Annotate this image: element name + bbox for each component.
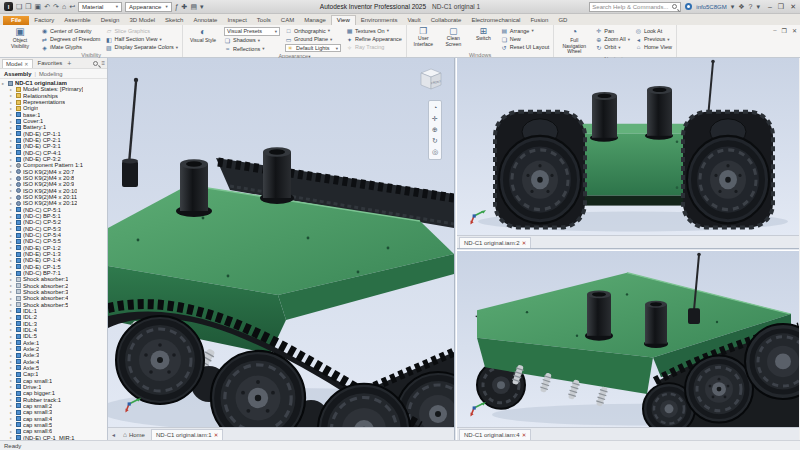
pan-button[interactable]: ✛Pan: [595, 27, 630, 34]
ribbon-tab[interactable]: Tools: [252, 16, 276, 25]
orbit-icon[interactable]: ↻: [432, 137, 438, 145]
ribbon-tab[interactable]: Annotate: [188, 16, 222, 25]
sensor-cylinder-left[interactable]: [585, 290, 613, 340]
right-track[interactable]: [683, 112, 773, 228]
minimize-button[interactable]: –: [768, 3, 772, 11]
redo-icon[interactable]: ↷: [53, 3, 59, 11]
zoom-icon[interactable]: ⊕: [432, 126, 438, 134]
search-icon[interactable]: [672, 4, 677, 9]
ribbon-tab[interactable]: Design: [96, 16, 125, 25]
ribbon-tab[interactable]: File: [3, 16, 29, 25]
ribbon-tab[interactable]: Manage: [299, 16, 331, 25]
add-icon[interactable]: ✚: [182, 3, 188, 11]
mode-assembly[interactable]: Assembly: [4, 71, 31, 77]
degrees-of-freedom-button[interactable]: ⇄Degrees of Freedom: [41, 35, 100, 42]
left-track[interactable]: [495, 112, 585, 228]
viewport-top-right-canvas[interactable]: [457, 58, 799, 235]
previous-view-button[interactable]: ◂Previous: [635, 35, 672, 42]
ribbon-tab[interactable]: Electromechanical: [466, 16, 525, 25]
return-icon[interactable]: ↩: [69, 3, 75, 11]
user-avatar-icon[interactable]: [685, 3, 692, 10]
doc-close-button[interactable]: ✕: [792, 27, 797, 34]
textures-on-button[interactable]: ▦Textures On: [346, 27, 402, 34]
main-3d-view[interactable]: [108, 58, 454, 427]
ribbon-tab[interactable]: CAM: [276, 16, 299, 25]
tab-document-4[interactable]: ND-C1 original.iam:4 ✕: [459, 429, 531, 440]
viewport-bottom-right-canvas[interactable]: [457, 251, 799, 428]
close-browser-tab-icon[interactable]: ✕: [24, 61, 28, 67]
add-browser-tab-icon[interactable]: +: [67, 60, 71, 67]
inventor-logo-icon[interactable]: I: [4, 2, 13, 11]
ribbon-tab[interactable]: Sketch: [160, 16, 188, 25]
front-3d-view[interactable]: [457, 58, 799, 235]
look-at-icon[interactable]: ◎: [432, 148, 438, 156]
qat-customize-icon[interactable]: ▾: [200, 3, 204, 11]
full-navigation-wheel-button[interactable]: ◔ Full Navigation Wheel: [558, 26, 590, 55]
user-menu-caret-icon[interactable]: ▾: [731, 3, 735, 11]
undo-icon[interactable]: ↶: [44, 3, 50, 11]
parameters-icon[interactable]: ƒ: [175, 3, 179, 11]
browser-tab-model[interactable]: Model✕: [2, 59, 33, 68]
close-tab-icon[interactable]: ✕: [522, 240, 527, 246]
tab-document-2[interactable]: ND-C1 original.iam:2 ✕: [459, 237, 531, 248]
visual-presets-dropdown[interactable]: Visual Presets: [224, 27, 280, 36]
ground-plane-button[interactable]: ▭Ground Plane: [285, 35, 341, 42]
look-at-button[interactable]: ◎Look At: [635, 27, 672, 34]
collapse-panel-icon[interactable]: ◂: [110, 431, 117, 438]
open-file-icon[interactable]: ❒: [25, 3, 31, 11]
viewport-main-canvas[interactable]: FRONT ◔✛⊕↻◎: [108, 58, 454, 427]
new-file-icon[interactable]: ❏: [16, 3, 22, 11]
search-input[interactable]: [592, 4, 670, 10]
reset-ui-layout-button[interactable]: ↺Reset UI Layout: [501, 44, 549, 51]
ribbon-tab[interactable]: GD: [553, 16, 572, 25]
ribbon-tab[interactable]: Collaborate: [426, 16, 467, 25]
close-button[interactable]: ✕: [790, 3, 796, 11]
orthographic-button[interactable]: □Orthographic: [285, 27, 341, 34]
default-lights-dropdown[interactable]: ☀Default Lights: [285, 44, 341, 53]
navigation-wheel-icon[interactable]: ◔: [433, 104, 437, 112]
tab-document-1[interactable]: ND-C1 original.iam:1 ✕: [151, 429, 223, 440]
sensor-cylinder-left[interactable]: [590, 92, 618, 142]
switch-button[interactable]: ⊞Switch: [471, 26, 496, 42]
new-window-button[interactable]: ❏New: [501, 35, 549, 42]
refine-appearance-button[interactable]: ✦Refine Appearance: [346, 35, 402, 42]
help-icon[interactable]: ?: [749, 3, 753, 10]
antenna[interactable]: [122, 78, 138, 187]
half-section-view-button[interactable]: ◧Half Section View: [105, 35, 178, 42]
object-visibility-button[interactable]: ▣ Object Visibility: [4, 26, 36, 49]
ribbon-tab[interactable]: Fusion: [525, 16, 553, 25]
sensor-cylinder-right[interactable]: [645, 86, 673, 140]
restore-button[interactable]: ❒: [778, 3, 784, 11]
reflections-button[interactable]: ≈Reflections: [224, 45, 280, 52]
imate-glyphs-button[interactable]: ◈iMate Glyphs: [41, 44, 100, 51]
measure-icon[interactable]: ▤: [190, 3, 197, 11]
sensor-cylinder-left[interactable]: [176, 159, 212, 217]
zoom-all-button[interactable]: ⊕Zoom All: [595, 35, 630, 42]
visual-style-button[interactable]: ◐ Visual Style: [187, 26, 219, 44]
pan-icon[interactable]: ✛: [432, 115, 438, 123]
appearance-dropdown[interactable]: Appearance: [125, 2, 172, 12]
center-of-gravity-button[interactable]: ◉Center of Gravity: [41, 27, 100, 34]
ribbon-tab[interactable]: 3D Model: [124, 16, 160, 25]
home-view-button[interactable]: ⌂Home View: [635, 44, 672, 51]
mode-modeling[interactable]: Modeling: [39, 71, 63, 77]
ribbon-tab[interactable]: Inspect: [222, 16, 251, 25]
user-interface-button[interactable]: ❐User Interface: [411, 26, 436, 47]
user-name[interactable]: info5C8GM: [696, 4, 726, 10]
display-separate-colors-button[interactable]: ▨Display Separate Colors: [105, 44, 178, 51]
help-caret-icon[interactable]: ▾: [756, 3, 760, 11]
ribbon-tab[interactable]: Assemble: [59, 16, 95, 25]
store-icon[interactable]: ❖: [738, 3, 744, 11]
material-dropdown[interactable]: Material: [78, 2, 122, 12]
sensor-cylinder-right[interactable]: [644, 300, 668, 347]
doc-restore-button[interactable]: ❒: [782, 27, 787, 34]
ribbon-tab[interactable]: View: [331, 15, 356, 25]
browser-search-icon[interactable]: [93, 61, 98, 66]
perspective-3d-view[interactable]: [457, 251, 799, 428]
viewcube[interactable]: FRONT: [416, 64, 446, 94]
browser-tab-favorites[interactable]: Favorites: [35, 59, 66, 68]
orbit-button[interactable]: ↻Orbit: [595, 44, 630, 51]
arrange-button[interactable]: ▤Arrange: [501, 27, 549, 34]
sensor-cylinder-right[interactable]: [260, 147, 294, 204]
tab-home[interactable]: ⌂ Home: [119, 429, 149, 440]
